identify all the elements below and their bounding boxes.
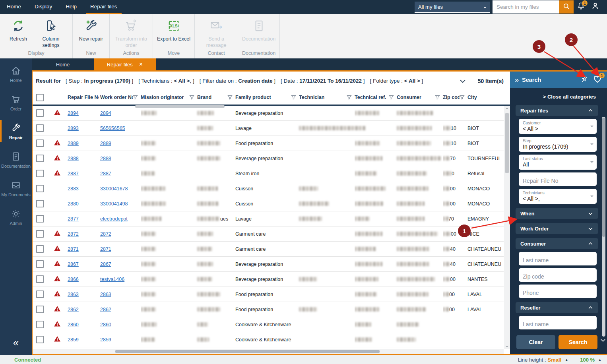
table-row[interactable]: 2866testva1406Beverage preparation00NANT…	[33, 272, 504, 287]
favorites-button[interactable]: 1	[593, 74, 602, 85]
work-order-link[interactable]: 2887	[100, 171, 111, 176]
tab-repair-files[interactable]: Repair files×	[94, 58, 156, 70]
horizontal-scrollbar[interactable]	[33, 349, 504, 354]
line-height-control[interactable]: Line height : Small ▲	[518, 357, 568, 363]
tab-home[interactable]: Home	[32, 58, 94, 70]
sidebar-item-admin[interactable]: Admin	[0, 204, 32, 230]
column-header-mission-originator[interactable]: Mission originator	[141, 90, 197, 105]
filter-icon[interactable]	[435, 95, 440, 100]
select-technicians[interactable]: Technicians< All >,	[519, 189, 597, 204]
notifications-button[interactable]: 1	[574, 0, 588, 14]
collapse-panel-icon[interactable]: »	[515, 76, 519, 84]
vertical-scrollbar-thumb[interactable]	[505, 113, 509, 173]
repair-file-link[interactable]: 2887	[68, 171, 79, 176]
scroll-down-icon[interactable]	[504, 343, 510, 349]
input-repair-file-no[interactable]	[519, 172, 597, 186]
sidebar-item-order[interactable]: Order	[0, 89, 32, 116]
work-order-link[interactable]: testva1406	[100, 277, 124, 282]
repair-file-link[interactable]: 2860	[68, 322, 79, 327]
select-step[interactable]: StepIn progress (1709)	[519, 137, 597, 152]
panel-scrollbar-thumb[interactable]	[602, 118, 605, 237]
input-last-name[interactable]	[519, 316, 597, 329]
column-header-work-order-no[interactable]: Work order No.	[100, 90, 141, 105]
row-checkbox[interactable]	[36, 109, 44, 117]
row-checkbox[interactable]	[36, 155, 44, 162]
work-order-link[interactable]: 2863	[100, 292, 111, 297]
row-checkbox[interactable]	[36, 275, 44, 283]
table-row[interactable]: 28672867Beverage preparation40CHATEAUNEU	[33, 257, 504, 272]
line-height-toggle-icon[interactable]: ▲	[565, 358, 568, 362]
category-repair-files[interactable]: Repair files	[516, 105, 598, 116]
input-zip-code[interactable]	[519, 268, 597, 282]
row-checkbox[interactable]	[36, 139, 44, 147]
sidebar-collapse-button[interactable]: «	[0, 333, 32, 355]
repair-file-link[interactable]: 2883	[68, 186, 79, 192]
zoom-control[interactable]: 100 % ▲	[580, 357, 601, 363]
filter-icon[interactable]	[227, 95, 233, 100]
repair-file-link[interactable]: 2867	[68, 261, 79, 267]
files-scope-dropdown[interactable]: All my files	[415, 2, 490, 13]
row-checkbox[interactable]	[36, 245, 44, 253]
row-checkbox[interactable]	[36, 200, 44, 207]
refresh-button[interactable]: Refresh	[4, 19, 33, 50]
repair-file-link[interactable]: 2888	[68, 156, 79, 161]
column-header-technician[interactable]: Technician	[299, 90, 355, 105]
export-to-excel-button[interactable]: XLSExport to Excel	[157, 19, 190, 50]
table-row[interactable]: 28833300041678Cuisson00MONACO	[33, 181, 504, 196]
work-order-link[interactable]: electrodepot	[100, 216, 128, 222]
menu-item-home[interactable]: Home	[0, 0, 28, 14]
work-order-link[interactable]: 3300041498	[100, 201, 128, 207]
work-order-link[interactable]: 2862	[100, 307, 111, 312]
global-search-button[interactable]	[559, 0, 574, 14]
row-checkbox[interactable]	[36, 306, 44, 313]
work-order-link[interactable]: 2888	[100, 156, 111, 161]
repair-file-link[interactable]: 2871	[68, 246, 79, 252]
close-all-categories[interactable]: > Close all categories	[510, 91, 607, 104]
row-checkbox[interactable]	[36, 290, 44, 298]
table-row[interactable]: 28872887Steam iron0Refusal	[33, 166, 504, 181]
select-customer[interactable]: Customer< All >	[519, 119, 597, 134]
input-phone[interactable]	[519, 285, 597, 298]
work-order-link[interactable]: 2872	[100, 231, 111, 237]
column-settings-button[interactable]: Column settings	[33, 19, 68, 50]
table-row[interactable]: 28592859Cookware & Kitchenware	[33, 332, 504, 347]
column-header-brand[interactable]: Brand	[197, 90, 235, 105]
row-checkbox[interactable]	[36, 336, 44, 343]
work-order-link[interactable]: 2867	[100, 261, 111, 267]
repair-file-link[interactable]: 2862	[68, 307, 79, 312]
work-order-link[interactable]: 2860	[100, 322, 111, 327]
zoom-toggle-icon[interactable]: ▲	[598, 358, 601, 362]
column-header-technical-ref[interactable]: Technical ref.	[355, 90, 397, 105]
table-row[interactable]: 28712871Garment care40CHATEAUNEU	[33, 242, 504, 257]
column-header-zip-code[interactable]: Zip code	[443, 90, 467, 105]
table-row[interactable]: 2877electrodepotuesLavage70EMAGNY	[33, 211, 504, 227]
panel-scroll-down-icon[interactable]	[599, 337, 607, 344]
search-submit-button[interactable]: Search	[559, 335, 597, 349]
table-row[interactable]: 28942894Beverage preparation	[33, 106, 504, 121]
filter-icon[interactable]	[291, 95, 296, 100]
work-order-link[interactable]: 2894	[100, 110, 111, 116]
work-order-link[interactable]: 2859	[100, 337, 111, 343]
global-search-input[interactable]	[493, 0, 559, 14]
repair-file-link[interactable]: 2889	[68, 141, 79, 146]
repair-file-link[interactable]: 2859	[68, 337, 79, 343]
category-consumer[interactable]: Consumer	[516, 238, 598, 249]
filter-icon[interactable]	[460, 95, 465, 100]
table-row[interactable]: 2893565656565Lavage10BIOT	[33, 121, 504, 136]
row-checkbox[interactable]	[36, 321, 44, 328]
scroll-up-icon[interactable]	[504, 106, 510, 111]
repair-file-link[interactable]: 2863	[68, 292, 79, 297]
work-order-link[interactable]: 2871	[100, 246, 111, 252]
pin-icon[interactable]	[580, 76, 589, 84]
sidebar-item-documentation[interactable]: Documentation	[0, 147, 32, 173]
new-repair-button[interactable]: New repair	[77, 19, 105, 50]
table-row[interactable]: 28882888Beverage preparation70TOURNEFEUI	[33, 151, 504, 166]
filter-icon[interactable]	[347, 95, 352, 100]
work-order-link[interactable]: 2889	[100, 141, 111, 146]
user-button[interactable]	[588, 0, 602, 14]
row-checkbox[interactable]	[36, 170, 44, 177]
panel-scrollbar[interactable]	[602, 117, 605, 337]
sidebar-item-repair[interactable]: Repair	[0, 118, 32, 144]
table-row[interactable]: 28892889Food preparation10BIOT	[33, 136, 504, 151]
sidebar-item-home[interactable]: Home	[0, 61, 32, 87]
